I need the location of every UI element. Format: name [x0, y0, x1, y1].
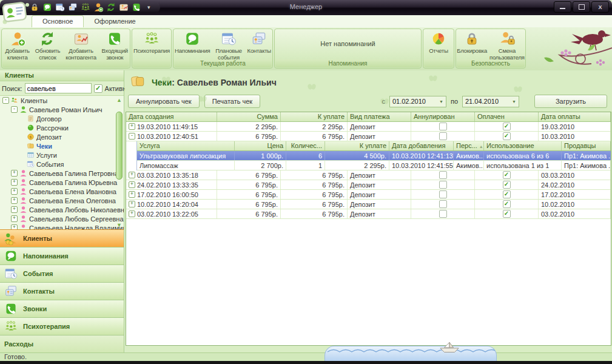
tree-item[interactable]: +Савельева Любовь Николаевна	[0, 205, 124, 214]
tree-item[interactable]: +Савельева Елена Олеговна	[0, 196, 124, 205]
ribbon-button[interactable]: Добавить клиента	[2, 30, 33, 61]
scroll-up-icon[interactable]: ▲	[115, 97, 123, 103]
tree-expander-icon[interactable]: +	[11, 224, 18, 229]
annul-check-button[interactable]: Аннулировать чек	[128, 95, 200, 108]
chevron-down-icon: ▼	[512, 99, 516, 104]
check-row[interactable]: +03.02.2010 13:22:056 795р.6 795р.Депози…	[126, 209, 611, 219]
tree-item[interactable]: Чеки	[0, 141, 124, 150]
check-row[interactable]: +24.02.2010 13:33:356 795р.6 795р.Депози…	[126, 180, 611, 190]
tree-item[interactable]: +Савельева Галина Юрьевна	[0, 178, 124, 187]
search-input[interactable]	[25, 83, 92, 93]
ribbon-button[interactable]: Напоминания	[173, 30, 211, 55]
date-to-label: по	[451, 98, 458, 105]
ribbon-button[interactable]: Блокировка	[456, 30, 488, 55]
minimize-button[interactable]	[554, 1, 571, 13]
sidebar-nav-Клиенты[interactable]: Клиенты	[0, 229, 124, 247]
check-row[interactable]: +17.02.2010 16:00:506 795р.6 795р.Депози…	[126, 190, 611, 200]
tab-main[interactable]: Основное	[32, 15, 84, 28]
app-logo-icon[interactable]	[2, 1, 30, 29]
service-row[interactable]: Липомассаж2 700р.12 295р.10.03.2010 12:4…	[137, 161, 611, 170]
tree-item[interactable]: Рассрочки	[0, 123, 124, 132]
tree-expander-icon[interactable]: +	[11, 206, 18, 213]
tree-item[interactable]: Услуги	[0, 150, 124, 160]
paid-checkbox[interactable]: ✓	[503, 200, 511, 208]
paid-checkbox[interactable]: ✓	[503, 210, 511, 218]
row-expander-icon[interactable]: +	[129, 201, 135, 207]
ribbon-button[interactable]: Психотерапия	[132, 30, 171, 55]
paid-checkbox[interactable]: ✓	[503, 190, 511, 198]
row-expander-icon[interactable]: +	[129, 172, 135, 178]
tree-expander-icon[interactable]: +	[11, 170, 18, 177]
ribbon-button[interactable]: Добавить контрагента	[62, 30, 100, 61]
tree-item[interactable]: +Савельева Надежда Владимиро...	[0, 223, 124, 229]
annulled-checkbox[interactable]	[439, 200, 447, 208]
checks-icon	[27, 142, 35, 150]
ribbon-group-label	[133, 59, 170, 67]
service-row[interactable]: Ультразвуковая липосакция1 000р.64 500р.…	[137, 151, 611, 161]
tree-item[interactable]: События	[0, 160, 124, 169]
person-female-icon	[19, 206, 27, 214]
butterfly-pattern-icon	[198, 95, 207, 106]
check-row[interactable]: -10.03.2010 12:40:516 795р.6 795р.Депози…	[126, 132, 611, 141]
sidebar-nav-Расходы[interactable]: Расходы	[0, 335, 124, 352]
tree-expander-icon[interactable]: +	[11, 179, 18, 186]
annulled-checkbox[interactable]	[439, 171, 447, 179]
tree-item[interactable]: +Савельева Любовь Сергеевна	[0, 214, 124, 223]
row-expander-icon[interactable]: +	[129, 181, 135, 188]
date-to-picker[interactable]: 21.04.2010▼	[462, 96, 519, 107]
ribbon-button[interactable]: Контакты	[246, 30, 272, 55]
paid-checkbox[interactable]: ✓	[503, 171, 511, 179]
ribbon-button[interactable]: Плановые события	[211, 30, 246, 61]
check-row[interactable]: +03.03.2010 13:35:186 795р.6 795р.Депози…	[126, 170, 611, 180]
tree-item[interactable]: +Савельева Галина Петровна	[0, 169, 124, 178]
tree-expander-icon[interactable]: +	[11, 188, 18, 195]
annulled-checkbox[interactable]	[439, 190, 447, 198]
tree-expander-icon[interactable]: -	[2, 97, 9, 104]
app-window: ▾ Менеджер X ОсновноеОформление Добавить…	[0, 0, 612, 364]
annulled-checkbox[interactable]	[439, 123, 447, 130]
row-expander-icon[interactable]: +	[129, 123, 135, 130]
tree-expander-icon[interactable]: +	[11, 197, 18, 204]
sidebar-nav-Напоминания[interactable]: Напоминания	[0, 247, 124, 265]
ribbon-button[interactable]: Отчеты	[428, 30, 449, 55]
restore-button[interactable]	[573, 1, 590, 13]
print-check-button[interactable]: Печатать чек	[204, 95, 261, 108]
sidebar-nav-Звонки[interactable]: Звонки	[0, 300, 124, 317]
tree-item[interactable]: $Депозит	[0, 132, 124, 141]
incoming-call-icon	[107, 31, 123, 47]
sidebar-nav-События[interactable]: События	[0, 265, 124, 282]
close-button[interactable]: X	[591, 1, 609, 13]
tab-appearance[interactable]: Оформление	[84, 16, 146, 27]
date-from-picker[interactable]: 01.02.2010▼	[389, 96, 446, 107]
row-expander-icon[interactable]: -	[129, 133, 135, 140]
row-expander-icon[interactable]: +	[129, 191, 135, 198]
annulled-checkbox[interactable]	[439, 132, 447, 140]
check-row[interactable]: +19.03.2010 11:49:152 295р.2 295р.Депози…	[126, 122, 611, 132]
active-filter-checkbox[interactable]: ✓	[94, 84, 103, 93]
scrollbar-thumb[interactable]	[116, 112, 123, 180]
paid-checkbox[interactable]: ✓	[503, 123, 511, 130]
load-button[interactable]: Загрузить	[534, 95, 607, 108]
tree-expander-icon[interactable]: -	[11, 106, 18, 113]
tree-item[interactable]: -Клиенты	[0, 96, 124, 105]
sidebar-nav-Психотерапия[interactable]: Психотерапия	[0, 317, 124, 335]
tree-item[interactable]: +Савельева Елена Ивановна	[0, 187, 124, 196]
clients-icon	[4, 232, 18, 245]
check-detail-subtable: УслугаЦенаКоличес...К уплатеДата добавле…	[136, 141, 611, 170]
paid-checkbox[interactable]: ✓	[503, 181, 511, 189]
tree-item[interactable]: Договор	[0, 114, 124, 123]
tree-scrollbar[interactable]: ▲ ▼	[115, 97, 123, 228]
check-row[interactable]: +10.02.2010 14:20:046 795р.6 795р.Депози…	[126, 200, 611, 209]
annulled-checkbox[interactable]	[439, 210, 447, 218]
ribbon-group-label: Безопасность	[457, 59, 525, 67]
paid-checkbox[interactable]: ✓	[503, 132, 511, 140]
ribbon-button[interactable]: Входящий звонок	[99, 30, 130, 61]
annulled-checkbox[interactable]	[439, 181, 447, 189]
ribbon-button[interactable]: Обновить список	[33, 30, 62, 61]
sidebar-nav-Контакты[interactable]: Контакты	[0, 282, 124, 300]
person-female-icon	[19, 224, 27, 229]
tree-item[interactable]: -Савельев Роман Ильич	[0, 105, 124, 114]
scroll-down-icon[interactable]: ▼	[115, 222, 123, 228]
tree-expander-icon[interactable]: +	[11, 215, 18, 222]
row-expander-icon[interactable]: +	[129, 211, 135, 217]
